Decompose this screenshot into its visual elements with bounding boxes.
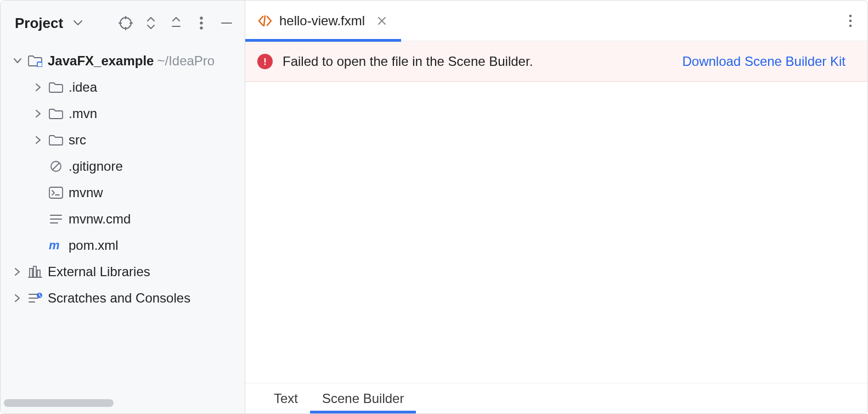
editor-more-options-icon[interactable]	[841, 12, 860, 30]
svg-point-30	[849, 14, 852, 17]
chevron-right-icon[interactable]	[10, 265, 25, 279]
scratch-icon	[27, 290, 43, 306]
shell-icon	[48, 184, 64, 201]
svg-point-8	[200, 27, 203, 30]
error-message: Failed to open the file in the Scene Bui…	[283, 54, 533, 69]
locate-target-icon[interactable]	[115, 13, 136, 33]
tree-label: mvnw.cmd	[69, 211, 131, 227]
svg-point-6	[200, 17, 203, 20]
horizontal-scrollbar[interactable]	[4, 399, 114, 407]
module-folder-icon	[27, 53, 43, 69]
project-sidebar-header: Project	[1, 1, 245, 46]
tree-label: .idea	[69, 80, 97, 95]
tree-label: src	[69, 132, 86, 148]
text-icon	[48, 211, 64, 227]
folder-icon	[48, 79, 64, 96]
editor-tab-bar: hello-view.fxml	[245, 1, 867, 41]
download-scene-builder-link[interactable]: Download Scene Builder Kit	[682, 54, 846, 69]
error-icon	[257, 54, 273, 69]
app-window: Project JavaFX_example~/IdeaPro.idea.mvn…	[0, 0, 868, 414]
tree-label: mvnw	[69, 185, 103, 200]
tree-label: .mvn	[69, 106, 97, 121]
bottom-tab-text-label: Text	[274, 391, 298, 406]
editor-pane: hello-view.fxml Failed to open the file …	[245, 1, 867, 413]
svg-point-31	[849, 19, 852, 22]
ignore-icon	[48, 158, 64, 175]
svg-rect-13	[49, 187, 63, 198]
folder-icon	[48, 105, 64, 122]
minimize-icon[interactable]	[216, 13, 237, 33]
svg-point-32	[849, 24, 852, 27]
chevron-right-icon[interactable]	[31, 80, 46, 94]
editor-content	[245, 82, 867, 383]
project-sidebar-title: Project	[15, 15, 63, 32]
tree-row-scratches-and-consoles[interactable]: Scratches and Consoles	[1, 285, 245, 311]
tree-row--gitignore[interactable]: .gitignore	[1, 153, 245, 180]
svg-point-34	[264, 63, 266, 65]
hide-icon[interactable]	[166, 13, 187, 33]
bottom-tab-scene-builder[interactable]: Scene Builder	[310, 383, 416, 413]
svg-text:m: m	[49, 239, 60, 251]
svg-rect-10	[37, 62, 42, 67]
chevron-down-icon[interactable]	[67, 13, 88, 33]
error-banner: Failed to open the file in the Scene Bui…	[245, 41, 867, 82]
chevron-down-icon[interactable]	[10, 54, 25, 68]
editor-bottom-tabs: Text Scene Builder	[245, 383, 867, 413]
more-options-icon[interactable]	[191, 13, 212, 33]
tree-row-external-libraries[interactable]: External Libraries	[1, 259, 245, 285]
chevron-right-icon[interactable]	[10, 291, 25, 305]
svg-rect-20	[30, 268, 32, 277]
chevron-right-icon[interactable]	[31, 107, 46, 121]
svg-line-27	[264, 16, 265, 26]
tree-label: JavaFX_example	[48, 53, 154, 69]
bottom-tab-scene-builder-label: Scene Builder	[322, 391, 404, 406]
tree-label: .gitignore	[69, 159, 123, 174]
editor-tab-label: hello-view.fxml	[279, 13, 365, 29]
maven-icon: m	[48, 237, 64, 254]
tree-row--idea[interactable]: .idea	[1, 74, 245, 100]
project-sidebar: Project JavaFX_example~/IdeaPro.idea.mvn…	[1, 1, 245, 413]
expand-collapse-icon[interactable]	[140, 13, 161, 33]
tree-label: External Libraries	[48, 264, 150, 279]
svg-point-7	[200, 22, 203, 25]
fxml-file-icon	[257, 15, 273, 27]
tree-row-mvnw[interactable]: mvnw	[1, 180, 245, 206]
svg-rect-22	[37, 270, 40, 277]
project-tree[interactable]: JavaFX_example~/IdeaPro.idea.mvnsrc.giti…	[1, 46, 245, 413]
bottom-tab-text[interactable]: Text	[262, 383, 310, 413]
tree-label: Scratches and Consoles	[48, 290, 190, 306]
tree-secondary-label: ~/IdeaPro	[157, 53, 215, 69]
chevron-right-icon[interactable]	[31, 133, 46, 147]
tree-label: pom.xml	[69, 238, 119, 253]
folder-icon	[48, 132, 64, 148]
library-icon	[27, 264, 43, 280]
close-tab-icon[interactable]	[375, 14, 389, 28]
tree-row-pom-xml[interactable]: mpom.xml	[1, 232, 245, 259]
tree-row-javafx-example[interactable]: JavaFX_example~/IdeaPro	[1, 48, 245, 74]
editor-tab-hello-view[interactable]: hello-view.fxml	[245, 1, 401, 41]
svg-line-12	[53, 163, 60, 170]
svg-rect-21	[33, 266, 36, 277]
tree-row--mvn[interactable]: .mvn	[1, 100, 245, 127]
tree-row-src[interactable]: src	[1, 127, 245, 153]
tree-row-mvnw-cmd[interactable]: mvnw.cmd	[1, 206, 245, 232]
